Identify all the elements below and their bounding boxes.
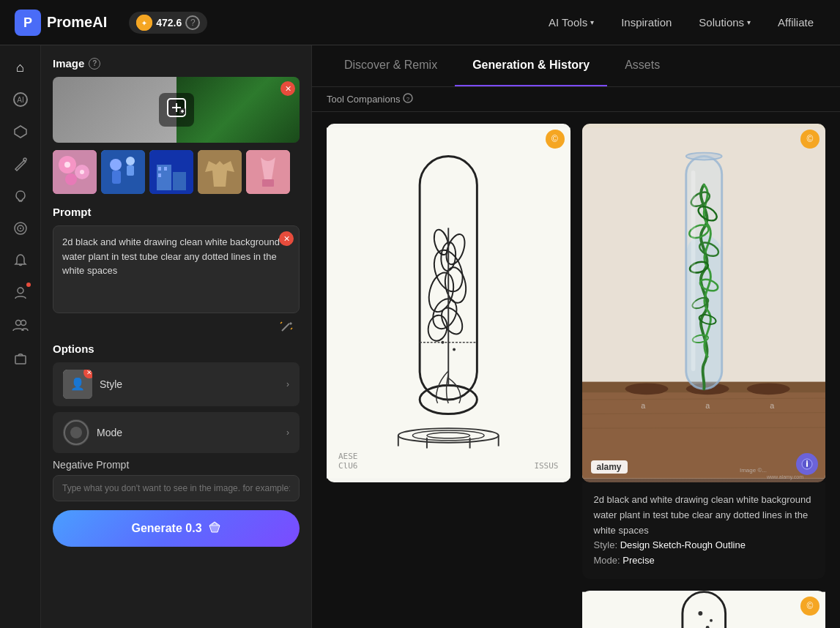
svg-rect-41 bbox=[262, 179, 274, 187]
sidebar-item-shop[interactable] bbox=[6, 343, 35, 372]
svg-point-78 bbox=[453, 348, 456, 351]
svg-text:a: a bbox=[641, 401, 645, 410]
icon-sidebar: ⌂ AI bbox=[0, 45, 41, 628]
negative-prompt-input[interactable] bbox=[53, 475, 300, 501]
tab-discover[interactable]: Discover & Remix bbox=[327, 45, 455, 86]
svg-rect-28 bbox=[101, 150, 145, 194]
svg-text:👤: 👤 bbox=[70, 377, 85, 391]
options-section-title: Options bbox=[53, 343, 300, 355]
sidebar-item-target[interactable] bbox=[6, 214, 35, 243]
sidebar-item-bulb[interactable] bbox=[6, 182, 35, 211]
svg-text:?: ? bbox=[406, 96, 410, 102]
drawing2-svg bbox=[582, 591, 826, 628]
credits-badge[interactable]: ✦ 472.6 ? bbox=[129, 12, 207, 34]
svg-rect-31 bbox=[112, 171, 121, 184]
solutions-chevron-icon: ▾ bbox=[747, 18, 751, 26]
svg-point-109 bbox=[698, 611, 702, 616]
svg-text:AI: AI bbox=[17, 96, 23, 104]
nav-item-affiliate[interactable]: Affiliate bbox=[766, 10, 825, 34]
credits-value: 472.6 bbox=[156, 17, 182, 29]
watermark-right: ISSUS bbox=[534, 461, 558, 471]
sidebar-item-profile[interactable] bbox=[6, 278, 35, 307]
prompt-wrapper: ✕ 2d black and white drawing clean white… bbox=[53, 225, 300, 340]
svg-point-25 bbox=[65, 173, 77, 185]
prompt-clear-button[interactable]: ✕ bbox=[279, 231, 294, 246]
aitools-chevron-icon: ▾ bbox=[590, 18, 594, 26]
style-option-row[interactable]: 👤 ✕ Style › bbox=[53, 362, 300, 406]
sidebar-item-brush[interactable] bbox=[6, 149, 35, 179]
svg-line-45 bbox=[291, 328, 292, 329]
top-navigation: P PromeAI ✦ 472.6 ? AI Tools ▾ Inspirati… bbox=[0, 0, 840, 45]
drawing-svg bbox=[327, 124, 570, 482]
info-description: 2d black and white drawing clean white b… bbox=[594, 493, 814, 538]
image-upload-area[interactable]: ✕ bbox=[53, 77, 300, 143]
upload-bg-left bbox=[53, 77, 176, 143]
sidebar-item-bell[interactable] bbox=[6, 246, 35, 275]
svg-point-84 bbox=[746, 384, 789, 395]
svg-point-30 bbox=[126, 157, 135, 165]
info-overlay-button[interactable] bbox=[796, 453, 818, 475]
alamy-url: www.alamy.com bbox=[767, 474, 803, 479]
nav-item-aitools[interactable]: AI Tools ▾ bbox=[537, 10, 606, 34]
tab-assets[interactable]: Assets bbox=[607, 45, 677, 86]
sidebar-item-ai[interactable]: AI bbox=[6, 85, 35, 114]
upload-close-button[interactable]: ✕ bbox=[280, 81, 295, 96]
grid-item-drawing[interactable]: © bbox=[327, 124, 570, 628]
tool-companions-label: Tool Companions ? bbox=[327, 93, 413, 105]
nav-item-inspiration[interactable]: Inspiration bbox=[609, 10, 683, 34]
sidebar-item-cube[interactable] bbox=[6, 117, 35, 146]
svg-point-92 bbox=[685, 153, 721, 160]
svg-point-77 bbox=[441, 341, 444, 344]
tabs-bar: Discover & Remix Generation & History As… bbox=[312, 45, 840, 87]
svg-text:a: a bbox=[705, 401, 710, 410]
svg-point-11 bbox=[20, 228, 21, 229]
logo-area[interactable]: P PromeAI bbox=[15, 10, 107, 36]
drawing-copyright-badge: © bbox=[546, 130, 565, 149]
magic-wand-icon[interactable] bbox=[279, 319, 294, 337]
svg-line-44 bbox=[280, 322, 282, 324]
mode-label: Mode bbox=[97, 427, 279, 438]
left-panel: Image ? ✕ bbox=[41, 45, 312, 628]
alamy-watermark: alamy bbox=[591, 460, 628, 474]
sidebar-item-group[interactable] bbox=[6, 310, 35, 340]
info-card: 2d black and white drawing clean white b… bbox=[582, 482, 826, 579]
info-mode-row: Mode: Precise bbox=[594, 553, 814, 569]
mode-option-row[interactable]: Mode › bbox=[53, 412, 300, 453]
thumbnail-building[interactable] bbox=[149, 150, 193, 194]
tab-generation-history[interactable]: Generation & History bbox=[455, 45, 607, 86]
tool-companions-bar: Tool Companions ? bbox=[312, 87, 840, 112]
svg-marker-6 bbox=[15, 126, 26, 138]
grid-item-photo[interactable]: © bbox=[582, 124, 826, 579]
thumbnail-flowers[interactable] bbox=[53, 150, 97, 194]
add-image-icon[interactable] bbox=[159, 93, 194, 127]
nav-item-solutions[interactable]: Solutions ▾ bbox=[687, 10, 762, 34]
thumbnail-characters[interactable] bbox=[101, 150, 145, 194]
drawing2-image: © bbox=[582, 591, 826, 628]
svg-point-106 bbox=[806, 460, 808, 462]
drawing2-copyright-badge: © bbox=[800, 597, 819, 616]
generate-button[interactable]: Generate 0.3 bbox=[53, 510, 300, 547]
style-chevron-icon: › bbox=[286, 379, 289, 389]
svg-marker-43 bbox=[289, 322, 292, 325]
tool-companions-icon: ? bbox=[403, 93, 413, 105]
prompt-section-title: Prompt bbox=[53, 206, 300, 218]
thumbnail-pink[interactable] bbox=[246, 150, 290, 194]
photo-svg: a a a bbox=[582, 124, 826, 482]
drawing-image: © bbox=[327, 124, 570, 482]
help-icon[interactable]: ? bbox=[185, 15, 200, 30]
image-credit: Image ©... bbox=[740, 467, 767, 474]
svg-rect-32 bbox=[127, 165, 134, 176]
thumbnail-row bbox=[53, 150, 300, 194]
sidebar-item-home[interactable]: ⌂ bbox=[6, 53, 35, 82]
logo-icon: P bbox=[15, 10, 41, 36]
right-area: Discover & Remix Generation & History As… bbox=[312, 45, 840, 628]
image-help-icon[interactable]: ? bbox=[89, 58, 100, 70]
grid-item-drawing2[interactable]: © bbox=[582, 591, 826, 628]
thumbnail-jacket[interactable] bbox=[198, 150, 242, 194]
svg-text:P: P bbox=[23, 15, 32, 30]
prompt-footer bbox=[53, 316, 300, 340]
prompt-textarea[interactable]: 2d black and white drawing clean white b… bbox=[53, 225, 300, 313]
image-section-title: Image ? bbox=[53, 57, 300, 70]
svg-point-14 bbox=[21, 321, 26, 326]
svg-rect-103 bbox=[691, 171, 695, 371]
